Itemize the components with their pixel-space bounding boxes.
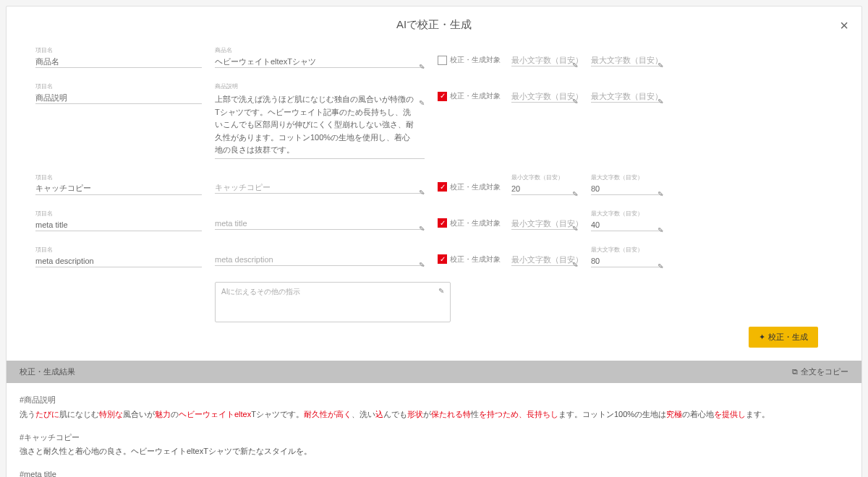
action-row: ✦ 校正・生成 — [35, 327, 833, 355]
form-row-product-desc: 項目名 商品説明 上部で洗えば洗うほど肌になじむ独自の風合いが特徴のTシャツです… — [35, 82, 833, 159]
target-checkbox[interactable] — [438, 254, 447, 264]
result-product-desc: #商品説明 洗うたびに肌になじむ特別な風合いが魅力のヘビーウェイトeltexTシ… — [20, 393, 848, 422]
catchcopy-input[interactable] — [215, 181, 425, 194]
generate-button-label: 校正・生成 — [768, 332, 808, 343]
tiny-label: 項目名 — [35, 246, 202, 254]
pencil-icon[interactable]: ✎ — [658, 61, 663, 69]
tiny-label — [591, 46, 663, 53]
result-heading: #meta title — [20, 468, 848, 477]
min-chars-input[interactable] — [511, 183, 578, 195]
tiny-label: 項目名 — [35, 46, 202, 54]
pencil-icon[interactable]: ✎ — [572, 61, 578, 69]
checkbox-label: 校正・生成対象 — [450, 55, 501, 65]
item-label-input[interactable] — [35, 92, 202, 104]
pencil-icon[interactable]: ✎ — [658, 226, 663, 234]
extra-instruction-placeholder: AIに伝えるその他の指示 — [221, 288, 300, 296]
max-chars-input[interactable] — [591, 54, 663, 66]
extra-instruction-input[interactable]: AIに伝えるその他の指示 ✎ — [215, 282, 451, 322]
tiny-label — [511, 82, 578, 89]
tiny-label: 最大文字数（目安） — [591, 246, 663, 254]
tiny-label — [511, 210, 578, 216]
target-checkbox[interactable] — [438, 56, 447, 65]
result-meta-title: #meta title ヘビーウェイトeltexTシャツ | 耐久性と着心地の良… — [20, 468, 848, 477]
form-area: 項目名 商品名 ✎ 校正・生成対象 ✎ — [7, 38, 861, 361]
meta-title-input[interactable] — [215, 218, 425, 230]
results-title: 校正・生成結果 — [20, 366, 75, 377]
close-icon[interactable]: × — [840, 18, 848, 33]
min-chars-input[interactable] — [511, 218, 578, 230]
result-heading: #商品説明 — [20, 393, 848, 408]
min-chars-input[interactable] — [511, 90, 578, 103]
copy-all-label: 全文をコピー — [801, 366, 848, 377]
tiny-label — [215, 246, 425, 252]
checkbox-label: 校正・生成対象 — [450, 182, 501, 192]
checkbox-label: 校正・生成対象 — [450, 218, 501, 228]
max-chars-input[interactable] — [591, 183, 663, 195]
checkbox-label: 校正・生成対象 — [450, 91, 501, 101]
ai-proofread-modal: AIで校正・生成 × 項目名 商品名 ✎ 校正・生成対象 — [6, 6, 862, 477]
max-chars-input[interactable] — [591, 90, 663, 103]
tiny-label: 項目名 — [35, 173, 202, 181]
min-chars-input[interactable] — [511, 254, 578, 266]
tiny-label — [215, 210, 425, 216]
checkbox-label: 校正・生成対象 — [450, 254, 501, 265]
tiny-label: 項目名 — [35, 210, 202, 218]
form-row-meta-title: 項目名 ✎ 校正・生成対象 ✎ — [35, 210, 833, 231]
max-chars-input[interactable] — [591, 219, 663, 231]
target-checkbox[interactable] — [438, 182, 447, 192]
result-text: 洗うたびに肌になじむ特別な風合いが魅力のヘビーウェイトeltexTシャツです。耐… — [20, 408, 848, 422]
target-checkbox[interactable] — [438, 218, 447, 228]
min-chars-input[interactable] — [511, 54, 578, 66]
product-name-input[interactable] — [215, 56, 425, 68]
pencil-icon[interactable]: ✎ — [419, 261, 425, 269]
sparkle-icon: ✦ — [759, 332, 765, 342]
form-row-meta-desc: 項目名 ✎ 校正・生成対象 ✎ — [35, 246, 833, 267]
tiny-label: 最大文字数（目安） — [591, 173, 663, 181]
item-label-input[interactable] — [35, 219, 202, 231]
tiny-label: 商品説明 — [215, 82, 425, 90]
form-row-catchcopy: 項目名 ✎ 校正・生成対象 最小文字数（目安） ✎ — [35, 173, 833, 195]
result-text: 強さと耐久性と着心地の良さ。ヘビーウェイトeltexTシャツで新たなスタイルを。 — [20, 444, 848, 459]
pencil-icon[interactable]: ✎ — [658, 262, 663, 270]
target-checkbox[interactable] — [438, 92, 447, 101]
tiny-label: 項目名 — [35, 82, 202, 90]
result-catchcopy: #キャッチコピー 強さと耐久性と着心地の良さ。ヘビーウェイトeltexTシャツで… — [20, 431, 848, 460]
item-label-input[interactable] — [35, 183, 202, 195]
tiny-label: 最大文字数（目安） — [591, 210, 663, 218]
pencil-icon[interactable]: ✎ — [658, 190, 663, 198]
pencil-icon[interactable]: ✎ — [572, 261, 578, 269]
meta-desc-input[interactable] — [215, 254, 425, 266]
tiny-label — [511, 246, 578, 252]
copy-all-button[interactable]: ⧉ 全文をコピー — [792, 366, 848, 377]
pencil-icon[interactable]: ✎ — [572, 225, 578, 233]
tiny-label — [591, 82, 663, 89]
item-label-input[interactable] — [35, 255, 202, 267]
pencil-icon[interactable]: ✎ — [419, 99, 425, 107]
pencil-icon[interactable]: ✎ — [419, 189, 425, 197]
tiny-label: 商品名 — [215, 46, 425, 54]
tiny-label — [215, 173, 425, 180]
results-bar: 校正・生成結果 ⧉ 全文をコピー — [7, 361, 861, 383]
pencil-icon[interactable]: ✎ — [419, 63, 425, 71]
generate-button[interactable]: ✦ 校正・生成 — [749, 327, 818, 348]
modal-title: AIで校正・生成 — [7, 18, 861, 32]
pencil-icon[interactable]: ✎ — [419, 225, 425, 233]
tiny-label — [511, 46, 578, 53]
pencil-icon[interactable]: ✎ — [438, 287, 444, 295]
results-body: #商品説明 洗うたびに肌になじむ特別な風合いが魅力のヘビーウェイトeltexTシ… — [7, 383, 861, 477]
form-row-product-name: 項目名 商品名 ✎ 校正・生成対象 ✎ — [35, 46, 833, 68]
modal-header: AIで校正・生成 × — [7, 7, 861, 38]
extra-instruction-row: AIに伝えるその他の指示 ✎ — [35, 282, 833, 322]
max-chars-input[interactable] — [591, 255, 663, 267]
item-label-input[interactable] — [35, 56, 202, 68]
copy-icon: ⧉ — [792, 367, 798, 377]
result-heading: #キャッチコピー — [20, 431, 848, 445]
product-desc-input[interactable]: 上部で洗えば洗うほど肌になじむ独自の風合いが特徴のTシャツです。ヘビーウェイト記… — [215, 92, 425, 159]
pencil-icon[interactable]: ✎ — [572, 190, 578, 198]
pencil-icon[interactable]: ✎ — [658, 98, 663, 106]
pencil-icon[interactable]: ✎ — [572, 98, 578, 106]
tiny-label: 最小文字数（目安） — [511, 173, 578, 181]
